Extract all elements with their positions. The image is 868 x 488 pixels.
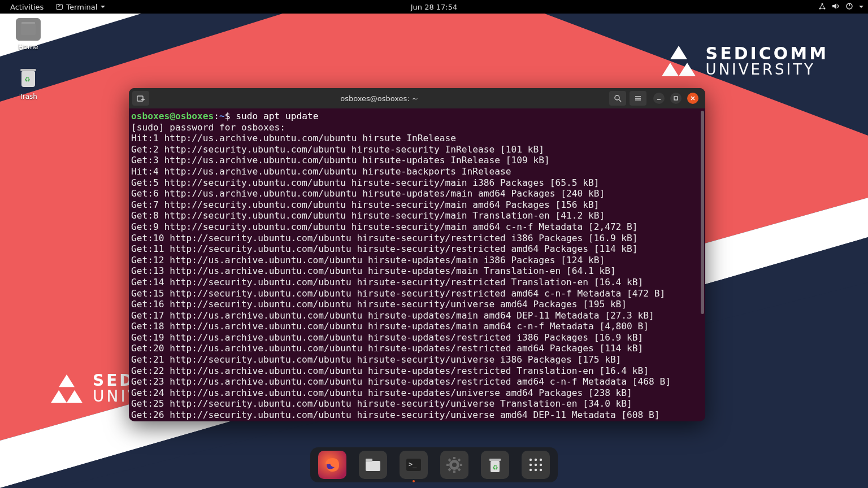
brand-glyph-icon xyxy=(51,374,83,403)
terminal-output-line: Get:5 http://security.ubuntu.com/ubuntu … xyxy=(131,177,703,189)
activities-label: Activities xyxy=(10,3,44,11)
terminal-output-line: Get:22 http://us.archive.ubuntu.com/ubun… xyxy=(131,365,703,377)
dock-item-terminal[interactable]: >_ xyxy=(400,451,428,479)
terminal-output-line: Get:3 http://us.archive.ubuntu.com/ubunt… xyxy=(131,155,703,166)
svg-point-56 xyxy=(535,469,537,471)
svg-point-55 xyxy=(530,469,532,471)
desktop-icon-home[interactable]: Home xyxy=(8,18,48,51)
svg-marker-10 xyxy=(832,3,836,9)
terminal-body[interactable]: osboxes@osboxes:~$ sudo apt update [sudo… xyxy=(129,108,705,421)
desktop-icon-trash[interactable]: ♻ Trash xyxy=(8,68,48,101)
terminal-output-line: Get:17 http://us.archive.ubuntu.com/ubun… xyxy=(131,310,703,321)
svg-point-52 xyxy=(530,464,532,466)
brand-line2: UNIVERSITY xyxy=(706,62,828,77)
svg-point-57 xyxy=(540,469,542,471)
chevron-down-icon[interactable] xyxy=(859,6,863,8)
svg-marker-13 xyxy=(670,46,687,59)
power-icon[interactable] xyxy=(845,2,853,12)
terminal-output-line: Get:10 http://security.ubuntu.com/ubuntu… xyxy=(131,233,703,244)
activities-button[interactable]: Activities xyxy=(6,1,48,13)
svg-marker-18 xyxy=(67,390,83,403)
terminal-output-line: Get:26 http://security.ubuntu.com/ubuntu… xyxy=(131,409,703,421)
svg-point-54 xyxy=(540,464,542,466)
new-tab-button[interactable] xyxy=(132,91,149,106)
svg-point-37 xyxy=(452,463,457,467)
home-label: Home xyxy=(8,43,48,51)
dock: >_ ♻ xyxy=(310,447,558,482)
prompt-sep: : xyxy=(214,111,219,121)
svg-text:♻: ♻ xyxy=(492,464,498,472)
svg-rect-32 xyxy=(366,461,380,471)
svg-marker-17 xyxy=(51,390,67,403)
brand-line1: SEDICOMM xyxy=(706,45,828,62)
search-button[interactable] xyxy=(609,91,626,106)
terminal-output-line: Get:11 http://security.ubuntu.com/ubuntu… xyxy=(131,243,703,255)
terminal-window: osboxes@osboxes: ~ osboxes@osboxes:~$ su… xyxy=(129,88,705,421)
dock-item-files[interactable] xyxy=(359,451,387,479)
brand-logo-top: SEDICOMM UNIVERSITY xyxy=(662,45,828,77)
svg-marker-16 xyxy=(59,374,75,387)
folder-icon xyxy=(21,24,36,35)
svg-line-43 xyxy=(458,469,460,470)
terminal-command: sudo apt update xyxy=(236,111,318,121)
terminal-output-line: Get:24 http://us.archive.ubuntu.com/ubun… xyxy=(131,387,703,399)
clock[interactable]: Jun 28 17:54 xyxy=(406,1,462,13)
terminal-output-line: Get:12 http://us.archive.ubuntu.com/ubun… xyxy=(131,255,703,266)
terminal-output-line: Get:25 http://security.ubuntu.com/ubuntu… xyxy=(131,398,703,409)
svg-rect-19 xyxy=(137,96,143,101)
terminal-output-line: Get:18 http://us.archive.ubuntu.com/ubun… xyxy=(131,321,703,332)
menu-button[interactable] xyxy=(630,91,646,106)
svg-marker-14 xyxy=(662,63,679,76)
scrollbar[interactable] xyxy=(701,111,704,314)
svg-point-22 xyxy=(615,95,619,100)
chevron-down-icon xyxy=(101,6,105,8)
app-menu[interactable]: Terminal xyxy=(51,1,110,13)
terminal-output-line: Get:2 http://security.ubuntu.com/ubuntu … xyxy=(131,144,703,155)
trash-label: Trash xyxy=(8,93,48,101)
svg-line-44 xyxy=(458,459,460,461)
terminal-output-line: Get:14 http://security.ubuntu.com/ubuntu… xyxy=(131,277,703,288)
app-menu-label: Terminal xyxy=(66,3,97,11)
terminal-output-line: Get:8 http://security.ubuntu.com/ubuntu … xyxy=(131,210,703,221)
volume-icon[interactable] xyxy=(832,2,840,12)
terminal-output-line: Get:7 http://security.ubuntu.com/ubuntu … xyxy=(131,199,703,211)
svg-rect-28 xyxy=(674,97,678,100)
window-maximize-button[interactable] xyxy=(670,93,682,104)
terminal-output-line: Get:21 http://security.ubuntu.com/ubuntu… xyxy=(131,354,703,365)
terminal-output-line: Get:15 http://security.ubuntu.com/ubuntu… xyxy=(131,288,703,299)
svg-point-53 xyxy=(535,464,537,466)
top-bar: Activities Terminal Jun 28 17:54 xyxy=(0,0,868,14)
svg-text:>_: >_ xyxy=(409,460,417,468)
svg-rect-47 xyxy=(489,459,501,461)
dock-item-firefox[interactable] xyxy=(318,451,346,479)
trash-icon: ♻ xyxy=(21,71,35,87)
prompt-dollar: $ xyxy=(225,111,236,121)
dock-item-trash[interactable]: ♻ xyxy=(481,451,509,479)
terminal-prompt-line: osboxes@osboxes:~$ sudo apt update xyxy=(131,111,703,122)
svg-marker-15 xyxy=(679,63,696,76)
terminal-output-line: Get:20 http://us.archive.ubuntu.com/ubun… xyxy=(131,343,703,354)
svg-point-49 xyxy=(530,459,532,461)
svg-line-45 xyxy=(449,469,450,470)
terminal-output-line: Get:16 http://security.ubuntu.com/ubuntu… xyxy=(131,299,703,310)
terminal-output-line: [sudo] password for osboxes: xyxy=(131,122,703,133)
terminal-output-line: Hit:4 http://us.archive.ubuntu.com/ubunt… xyxy=(131,166,703,177)
svg-line-23 xyxy=(619,99,621,102)
terminal-output-line: Get:19 http://us.archive.ubuntu.com/ubun… xyxy=(131,332,703,343)
terminal-output-line: Get:23 http://us.archive.ubuntu.com/ubun… xyxy=(131,376,703,387)
window-close-button[interactable] xyxy=(687,93,698,104)
window-minimize-button[interactable] xyxy=(653,93,665,104)
prompt-path: ~ xyxy=(219,111,225,121)
svg-point-50 xyxy=(535,459,537,461)
terminal-titlebar[interactable]: osboxes@osboxes: ~ xyxy=(129,88,705,108)
prompt-user: osboxes@osboxes xyxy=(131,111,214,121)
terminal-output-line: Get:13 http://us.archive.ubuntu.com/ubun… xyxy=(131,265,703,277)
dock-item-settings[interactable] xyxy=(440,451,468,479)
terminal-output-line: Get:6 http://us.archive.ubuntu.com/ubunt… xyxy=(131,188,703,199)
svg-point-51 xyxy=(540,459,542,461)
terminal-icon xyxy=(56,4,63,10)
svg-rect-33 xyxy=(366,459,372,462)
dock-item-apps[interactable] xyxy=(522,451,550,479)
brand-glyph-icon xyxy=(662,46,696,76)
network-icon[interactable] xyxy=(818,2,826,12)
